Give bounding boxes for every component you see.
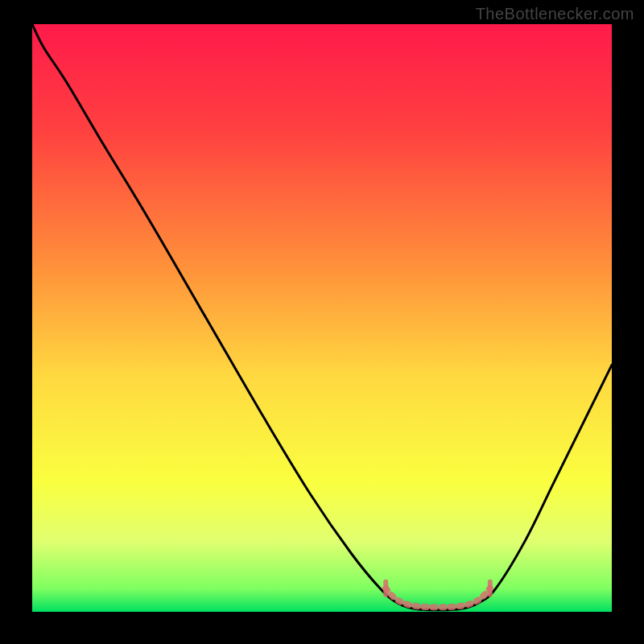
chart-container: TheBottlenecker.com (0, 0, 644, 644)
watermark-text: TheBottlenecker.com (476, 5, 634, 23)
plot-area (32, 24, 612, 612)
gradient-background (32, 24, 612, 612)
chart-svg (32, 24, 612, 612)
